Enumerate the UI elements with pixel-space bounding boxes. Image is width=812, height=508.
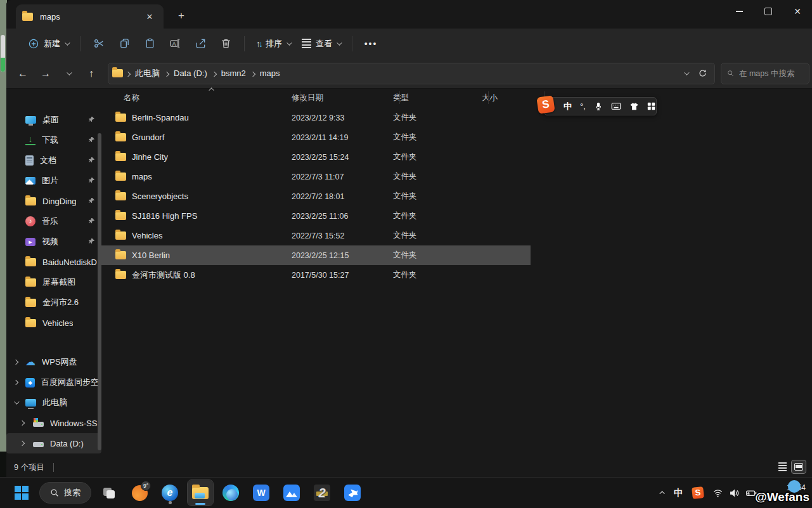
ime-toolbox-icon[interactable] <box>647 102 655 110</box>
sort-button[interactable]: ↑↓ 排序 <box>250 34 296 53</box>
file-explorer-button[interactable] <box>188 480 213 505</box>
sidebar-item-baidu-sync[interactable]: ◆ 百度网盘同步空 <box>6 372 101 393</box>
new-button[interactable]: 新建 <box>22 34 74 53</box>
file-row-selected[interactable]: X10 Berlin 2023/2/25 12:15 文件夹 <box>101 245 531 265</box>
rename-button[interactable]: A <box>162 33 188 55</box>
sogou-logo-icon[interactable]: S <box>536 95 555 114</box>
close-button[interactable]: ✕ <box>783 0 812 23</box>
ime-keyboard-icon[interactable] <box>611 102 621 110</box>
ime-skin-icon[interactable] <box>629 102 639 111</box>
file-row[interactable]: 金河市测试版 0.8 2017/5/30 15:27 文件夹 <box>101 265 812 285</box>
expand-chevron-icon[interactable] <box>13 360 18 365</box>
search-input[interactable] <box>739 69 803 78</box>
breadcrumb[interactable]: 此电脑 Data (D:) bsmn2 maps <box>108 63 715 84</box>
file-row[interactable]: maps 2022/7/3 11:07 文件夹 <box>101 167 812 186</box>
sogou-ime-toolbar[interactable]: S 中 °, <box>544 97 657 115</box>
column-header-name[interactable]: 名称 <box>101 93 292 103</box>
copy-button[interactable] <box>112 33 137 55</box>
folder-icon <box>25 197 36 205</box>
address-dropdown-button[interactable] <box>678 65 694 82</box>
new-button-label: 新建 <box>44 38 60 49</box>
refresh-button[interactable] <box>694 65 711 82</box>
sidebar-item-vehicles[interactable]: Vehicles <box>6 313 101 333</box>
search-box[interactable] <box>721 63 809 84</box>
pictures-icon <box>25 177 35 185</box>
browser-e-app-button[interactable]: e <box>157 480 183 505</box>
expand-chevron-icon[interactable] <box>13 380 18 385</box>
volume-icon[interactable] <box>729 488 740 498</box>
sogou-tray-icon[interactable]: S <box>692 486 704 499</box>
file-explorer-window: maps ✕ + ✕ 新建 <box>6 0 812 477</box>
ime-mode-indicator[interactable]: 中 <box>674 487 683 499</box>
file-row[interactable]: Sceneryobjects 2022/7/2 18:01 文件夹 <box>101 186 812 206</box>
expand-chevron-icon[interactable] <box>20 441 25 446</box>
details-view-button[interactable] <box>775 460 789 473</box>
column-header-type[interactable]: 类型 <box>393 93 482 103</box>
delete-button[interactable] <box>213 33 238 55</box>
sidebar-item-music[interactable]: ♪ 音乐 <box>6 211 101 231</box>
explorer-tab-maps[interactable]: maps ✕ <box>16 4 164 29</box>
taskbar-search[interactable]: 搜索 <box>39 482 91 504</box>
omsi2-button[interactable]: 2 <box>309 480 335 505</box>
start-button[interactable] <box>9 480 34 505</box>
mountains-app-button[interactable] <box>279 480 304 505</box>
file-list-area: 名称 修改日期 类型 大小 Berlin-Spandau 2023/2/12 9… <box>101 89 812 458</box>
view-button[interactable]: 查看 <box>296 34 346 53</box>
wps-office-button[interactable]: W <box>248 480 274 505</box>
file-row[interactable]: SJ1816 High FPS 2023/2/25 11:06 文件夹 <box>101 206 812 226</box>
sidebar-item-data-d[interactable]: Data (D:) <box>6 433 101 453</box>
file-row[interactable]: Vehicles 2022/7/3 15:52 文件夹 <box>101 226 812 245</box>
sidebar-item-this-pc[interactable]: 此电脑 <box>6 393 101 413</box>
tab-close-icon[interactable]: ✕ <box>142 9 157 24</box>
paste-button[interactable] <box>137 33 162 55</box>
cut-button[interactable] <box>86 33 112 55</box>
breadcrumb-bsmn2[interactable]: bsmn2 <box>217 66 250 81</box>
column-header-date[interactable]: 修改日期 <box>292 93 393 103</box>
window-controls: ✕ <box>725 0 812 23</box>
up-button[interactable]: ↑ <box>81 64 101 83</box>
maximize-button[interactable] <box>754 0 783 23</box>
folder-icon <box>115 153 126 161</box>
back-button[interactable]: ← <box>13 64 33 83</box>
sidebar-item-documents[interactable]: 文档 <box>6 150 101 171</box>
recent-locations-button[interactable] <box>58 64 79 83</box>
wifi-icon[interactable] <box>712 488 723 498</box>
file-row[interactable]: Grundorf 2023/2/11 14:19 文件夹 <box>101 127 812 147</box>
collapse-chevron-icon[interactable] <box>14 399 19 404</box>
sidebar-item-pictures[interactable]: 图片 <box>6 171 101 191</box>
see-more-button[interactable]: ••• <box>358 33 383 55</box>
drive-icon <box>33 442 44 447</box>
bird-app-button[interactable] <box>340 480 365 505</box>
sidebar-item-downloads[interactable]: ↓ 下载 <box>6 130 101 150</box>
pin-icon <box>88 218 95 225</box>
hidden-icons-chevron[interactable] <box>661 491 665 495</box>
column-header-size[interactable]: 大小 <box>482 93 532 103</box>
widgets-weather-button[interactable]: 9° <box>127 480 152 505</box>
forward-button[interactable]: → <box>35 64 56 83</box>
sidebar-item-jinhe26[interactable]: 金河市2.6 <box>6 292 101 313</box>
breadcrumb-data-d[interactable]: Data (D:) <box>169 66 212 81</box>
minimize-button[interactable] <box>725 0 754 23</box>
breadcrumb-maps[interactable]: maps <box>255 66 285 81</box>
sidebar-item-screenshots[interactable]: 屏幕截图 <box>6 272 101 292</box>
task-view-button[interactable] <box>96 480 122 505</box>
sort-arrows-icon: ↑↓ <box>256 39 261 49</box>
ime-mic-icon[interactable] <box>594 101 603 111</box>
large-icons-view-button[interactable] <box>792 460 806 473</box>
ime-punctuation[interactable]: °, <box>580 101 586 111</box>
ime-chinese-mode[interactable]: 中 <box>564 101 572 112</box>
file-row[interactable]: Jinhe City 2023/2/25 15:24 文件夹 <box>101 147 812 167</box>
sidebar-item-wps-cloud[interactable]: ☁ WPS网盘 <box>6 352 101 372</box>
file-row[interactable]: Berlin-Spandau 2023/2/12 9:33 文件夹 <box>101 108 812 127</box>
expand-chevron-icon[interactable] <box>20 420 25 426</box>
breadcrumb-this-pc[interactable]: 此电脑 <box>131 65 164 82</box>
address-bar-row: ← → ↑ 此电脑 Data (D:) bsmn2 maps <box>6 58 812 89</box>
sidebar-item-dingding[interactable]: DingDing <box>6 191 101 211</box>
new-tab-button[interactable]: + <box>172 8 190 24</box>
sidebar-item-desktop[interactable]: 桌面 <box>6 110 101 130</box>
share-button[interactable] <box>188 33 213 55</box>
sidebar-item-windows-ssd[interactable]: Windows-SSD <box>6 413 101 433</box>
edge-button[interactable] <box>218 480 243 505</box>
sidebar-item-videos[interactable]: ▶ 视频 <box>6 231 101 252</box>
sidebar-item-baidunetdisk[interactable]: BaiduNetdiskD <box>6 252 101 272</box>
